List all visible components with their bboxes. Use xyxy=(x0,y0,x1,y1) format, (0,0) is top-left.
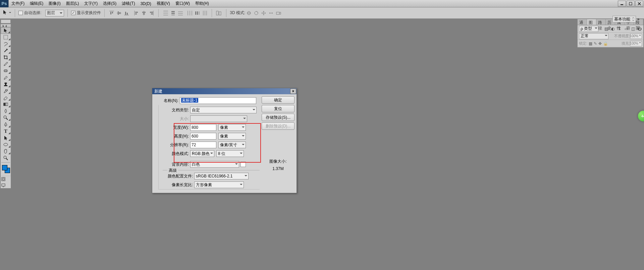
dist-right-icon[interactable] xyxy=(201,9,208,17)
quickmask-icon[interactable] xyxy=(1,176,6,182)
collapse-tab-icon[interactable] xyxy=(1,19,11,23)
window-close-button[interactable] xyxy=(635,1,643,7)
dialog-titlebar[interactable]: 新建 × xyxy=(152,88,297,94)
menu-filter[interactable]: 滤镜(T) xyxy=(119,0,138,7)
menu-type[interactable]: 文字(Y) xyxy=(82,0,100,7)
menu-image[interactable]: 图像(I) xyxy=(46,0,63,7)
lock-move-icon[interactable]: ✥ xyxy=(598,41,602,46)
notification-badge[interactable]: 44 xyxy=(638,111,644,121)
blur-tool[interactable] xyxy=(1,108,11,114)
tab-paths[interactable]: 路径 xyxy=(596,19,606,25)
shape-tool[interactable] xyxy=(1,141,11,148)
dist-vcenter-icon[interactable] xyxy=(169,9,177,17)
tab-channels[interactable]: 通道 xyxy=(578,19,587,25)
blend-mode-select[interactable]: 正常 xyxy=(579,33,608,39)
foreground-swatch[interactable] xyxy=(2,165,7,170)
height-input[interactable] xyxy=(190,133,216,140)
bg-color-swatch[interactable] xyxy=(240,162,246,167)
color-swatches[interactable] xyxy=(1,164,11,176)
menu-help[interactable]: 帮助(H) xyxy=(193,0,212,7)
filter-smart-icon[interactable]: ◫ xyxy=(631,26,635,31)
menu-select[interactable]: 选择(S) xyxy=(100,0,119,7)
menu-layer[interactable]: 图层(L) xyxy=(63,0,82,7)
filter-adjust-icon[interactable]: ◐ xyxy=(610,26,615,31)
profile-select[interactable]: sRGB IEC61966-2.1 xyxy=(194,173,249,179)
hand-tool[interactable] xyxy=(1,148,11,155)
width-unit-select[interactable]: 像素 xyxy=(218,124,246,131)
lock-all-icon[interactable]: 🔒 xyxy=(603,41,608,46)
dist-hcenter-icon[interactable] xyxy=(194,9,201,17)
resolution-input[interactable] xyxy=(190,142,216,148)
menu-3d[interactable]: 3D(D) xyxy=(138,0,154,7)
resolution-unit-select[interactable]: 像素/英寸 xyxy=(218,142,246,148)
align-left-icon[interactable] xyxy=(133,9,140,17)
gradient-tool[interactable] xyxy=(1,101,11,108)
3d-orbit-icon[interactable] xyxy=(245,9,253,17)
height-unit-select[interactable]: 像素 xyxy=(218,133,246,140)
pen-tool[interactable] xyxy=(1,121,11,128)
save-preset-button[interactable]: 存储预设(S)... xyxy=(262,114,294,121)
crop-tool[interactable] xyxy=(1,54,11,61)
dist-bottom-icon[interactable] xyxy=(177,9,184,17)
opacity-input[interactable]: 100% xyxy=(630,34,642,39)
marquee-tool[interactable] xyxy=(1,34,11,41)
color-mode-select[interactable]: RGB 颜色 xyxy=(190,150,214,157)
eraser-tool[interactable] xyxy=(1,94,11,101)
auto-align-icon[interactable] xyxy=(215,9,223,17)
heal-tool[interactable] xyxy=(1,67,11,74)
preset-select[interactable]: 自定 xyxy=(190,107,257,113)
aspect-select[interactable]: 方形像素 xyxy=(194,181,244,188)
ok-button[interactable]: 确定 xyxy=(262,96,294,104)
fill-input[interactable]: 100% xyxy=(630,41,642,46)
align-hcenter-icon[interactable] xyxy=(140,9,148,17)
width-input[interactable] xyxy=(190,124,216,131)
type-tool[interactable]: T xyxy=(1,128,11,134)
history-brush-tool[interactable] xyxy=(1,88,11,94)
color-depth-select[interactable]: 8 位 xyxy=(216,150,244,157)
zoom-tool[interactable] xyxy=(1,155,11,161)
filter-type-icon[interactable]: T xyxy=(617,26,622,31)
window-minimize-button[interactable] xyxy=(618,1,626,7)
bg-select[interactable]: 白色 xyxy=(190,161,239,168)
3d-roll-icon[interactable] xyxy=(253,9,260,17)
brush-tool[interactable] xyxy=(1,74,11,81)
dodge-tool[interactable] xyxy=(1,114,11,121)
auto-select-checkbox[interactable] xyxy=(18,11,23,15)
menu-view[interactable]: 视图(V) xyxy=(154,0,173,7)
3d-pan-icon[interactable] xyxy=(260,9,267,17)
stamp-tool[interactable] xyxy=(1,81,11,88)
show-transform-checkbox[interactable] xyxy=(71,11,75,15)
screenmode-icon[interactable] xyxy=(1,182,6,188)
magic-wand-tool[interactable] xyxy=(1,47,11,54)
dialog-close-button[interactable]: × xyxy=(290,89,296,94)
auto-select-target-select[interactable]: 图层 xyxy=(45,10,64,16)
filter-pixel-icon[interactable]: ▤ xyxy=(604,26,608,31)
align-right-icon[interactable] xyxy=(148,9,155,17)
3d-camera-icon[interactable] xyxy=(275,9,282,17)
panel-grip[interactable] xyxy=(1,24,11,27)
align-top-icon[interactable] xyxy=(108,9,115,17)
move-tool[interactable] xyxy=(1,27,11,34)
name-input[interactable]: 未标题-1 xyxy=(180,97,256,104)
search-icon[interactable]: » xyxy=(636,17,641,21)
align-vcenter-icon[interactable] xyxy=(115,9,123,17)
reset-button[interactable]: 复位 xyxy=(262,105,294,112)
path-select-tool[interactable] xyxy=(1,134,11,141)
workspace-switcher[interactable]: 基本功能 » xyxy=(612,16,641,22)
lock-pixels-icon[interactable]: ▩ xyxy=(589,41,592,46)
lock-position-icon[interactable]: ✎ xyxy=(594,41,597,46)
lasso-tool[interactable] xyxy=(1,41,11,47)
menu-file[interactable]: 文件(F) xyxy=(9,0,27,7)
tool-preset-dropdown-icon[interactable] xyxy=(9,12,11,14)
tab-layers[interactable]: 图层 xyxy=(587,19,596,25)
menu-edit[interactable]: 编辑(E) xyxy=(27,0,46,7)
menu-window[interactable]: 窗口(W) xyxy=(173,0,193,7)
window-maximize-button[interactable] xyxy=(627,1,635,7)
filter-toggle-icon[interactable]: ⏻ xyxy=(637,26,642,31)
align-bottom-icon[interactable] xyxy=(123,9,130,17)
eyedropper-tool[interactable] xyxy=(1,61,11,67)
layer-kind-filter[interactable]: ρ 类型 xyxy=(579,26,598,32)
3d-slide-icon[interactable] xyxy=(267,9,275,17)
filter-shape-icon[interactable]: ▭ xyxy=(624,26,629,31)
dist-left-icon[interactable] xyxy=(186,9,194,17)
